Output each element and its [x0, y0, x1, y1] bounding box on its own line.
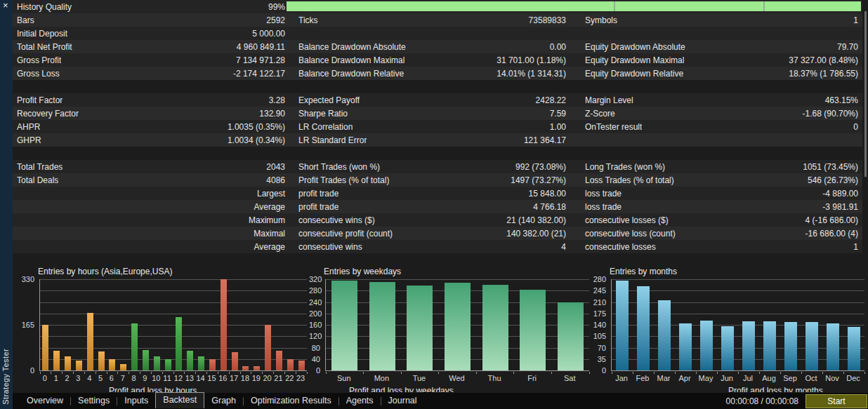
stats-cell-group: loss trade-3 981.91 — [567, 200, 862, 213]
clipped-chart-title: Profit and loss by months — [728, 387, 823, 392]
stats-cell-group: Balance Drawdown Relative14.01% (1 314.3… — [285, 67, 567, 80]
bar-Jan — [616, 281, 629, 370]
stats-row: Averageprofit trade4 766.18loss trade-3 … — [13, 200, 862, 213]
x-axis-tick-label: 7 — [121, 374, 125, 382]
stats-row: Total Net Profit4 960 849.11Balance Draw… — [13, 40, 862, 53]
stat-value: 1 — [848, 15, 858, 25]
y-axis-tick-label: 175 — [593, 309, 606, 318]
gridline — [612, 302, 864, 303]
stat-label: AHPR — [17, 122, 40, 132]
stat-value: 4 (-16 686.00) — [800, 215, 858, 225]
x-axis-tick-label: 10 — [152, 374, 160, 382]
x-axis-tick-label: Sat — [564, 374, 576, 382]
bar-Sun — [331, 281, 357, 370]
stats-row: Gross Profit7 134 971.28Balance Drawdown… — [13, 53, 862, 67]
tab-graph[interactable]: Graph — [204, 394, 243, 408]
stats-row: Recovery Factor132.90Sharpe Ratio7.59Z-S… — [13, 107, 862, 120]
tab-settings[interactable]: Settings — [71, 394, 117, 408]
gridline — [612, 314, 864, 314]
stats-cell-group: Bars2592 — [13, 13, 285, 27]
x-axis-tick-label: 12 — [174, 374, 183, 382]
x-axis-tick-label: 6 — [110, 374, 114, 382]
chart-plot-area — [39, 279, 307, 371]
y-axis-tick-label: 120 — [309, 332, 320, 340]
x-axis-labels: 01234567891011121314151617181920212223 — [39, 373, 306, 383]
stat-value: 140 382.00 (21) — [501, 229, 566, 239]
close-icon[interactable]: × — [3, 0, 8, 11]
stats-row: Total Trades2043Short Trades (won %)992 … — [13, 160, 862, 173]
stat-value: 4 960 849.11 — [231, 42, 285, 52]
gridline — [40, 302, 307, 303]
history-quality-progress-bar — [287, 1, 861, 11]
stat-label: Bars — [17, 15, 34, 25]
tab-optimization-results[interactable]: Optimization Results — [244, 394, 338, 408]
y-axis-tick-label: 0 — [14, 366, 34, 375]
bar-11 — [165, 359, 171, 370]
stat-value: 1.0035 (0.35%) — [222, 122, 285, 132]
x-axis-tick-label: Jan — [615, 374, 628, 382]
stat-value: Average — [249, 202, 285, 212]
chart-panel-0: Entries by hours (Asia,Europe,USA) 33016… — [14, 267, 308, 384]
tab-inputs[interactable]: Inputs — [117, 394, 155, 408]
stats-cell-group — [285, 27, 567, 40]
stat-value: 121 364.17 — [518, 135, 566, 145]
tab-journal[interactable]: Journal — [381, 394, 424, 408]
bar-21 — [276, 351, 282, 370]
y-axis-tick-label: 40 — [309, 355, 320, 363]
tab-overview[interactable]: Overview — [20, 394, 70, 408]
bar-20 — [265, 325, 271, 370]
start-button[interactable]: Start — [805, 394, 867, 408]
stats-spacer-row — [13, 80, 862, 93]
bar-Fri — [520, 290, 546, 370]
stat-label: Z-Score — [585, 109, 615, 119]
stats-row: Maximumconsecutive wins ($)21 (140 382.0… — [13, 213, 862, 227]
stat-value: 18.37% (1 786.55) — [783, 69, 858, 79]
stat-label: consecutive loss (count) — [585, 229, 676, 239]
bar-Thu — [482, 285, 508, 370]
bar-12 — [176, 317, 182, 370]
stat-label: Balance Drawdown Absolute — [298, 42, 406, 52]
x-axis-tick-label: 1 — [54, 374, 58, 382]
stats-cell-group: Balance Drawdown Maximal31 701.00 (1.18%… — [285, 53, 567, 67]
x-axis-tick-label: 11 — [163, 374, 171, 382]
stat-label: History Quality — [17, 2, 72, 12]
stats-cell-group: consecutive wins4 — [285, 240, 567, 253]
bar-Tue — [407, 286, 433, 370]
x-axis-tick-label: Thu — [488, 374, 501, 382]
y-axis-tick-label: 0 — [593, 366, 606, 375]
stat-value: 1.0034 (0.34%) — [222, 135, 285, 145]
bar-Dec — [848, 327, 860, 370]
stat-label: Total Deals — [17, 175, 58, 185]
bar-Apr — [679, 323, 692, 370]
stat-value: 2043 — [261, 162, 285, 172]
y-axis-tick-label: 80 — [309, 344, 320, 352]
stat-label: Long Trades (won %) — [585, 162, 665, 172]
stat-label: Loss Trades (% of total) — [585, 175, 674, 185]
tab-agents[interactable]: Agents — [339, 394, 381, 408]
gridline — [40, 279, 307, 280]
x-axis-tick-label: 5 — [98, 374, 103, 382]
clipped-chart-title: Profit and loss by weekdays — [349, 387, 454, 392]
stats-cell-group: consecutive wins ($)21 (140 382.00) — [285, 213, 567, 227]
chart-title-months: Entries by months — [610, 267, 865, 279]
stat-label: consecutive wins — [298, 242, 362, 252]
stat-label: Initial Deposit — [17, 29, 67, 39]
stats-cell-group: profit trade15 848.00 — [285, 187, 567, 200]
stats-cell-group: profit trade4 766.18 — [285, 200, 567, 213]
x-axis-tick-label: Aug — [762, 374, 776, 382]
bar-Sat — [558, 302, 584, 370]
stat-label: loss trade — [585, 202, 622, 212]
x-axis-tick-label: Tue — [413, 374, 426, 382]
tab-backtest[interactable]: Backtest — [155, 392, 204, 408]
bar-9 — [143, 350, 149, 370]
y-axis-tick-label: 70 — [593, 344, 606, 352]
stat-value: 7.59 — [544, 109, 566, 119]
stats-cell-group: Gross Profit7 134 971.28 — [13, 53, 285, 67]
y-axis-tick-label: 105 — [593, 332, 606, 340]
stat-label: Gross Profit — [17, 55, 61, 65]
stats-cell-group: Initial Deposit5 000.00 — [13, 27, 285, 40]
x-axis-tick-label: Feb — [636, 374, 650, 382]
stat-value: Maximum — [243, 215, 285, 225]
vertical-scrollbar-thumb[interactable] — [864, 11, 867, 177]
stat-label: consecutive losses — [585, 242, 656, 252]
